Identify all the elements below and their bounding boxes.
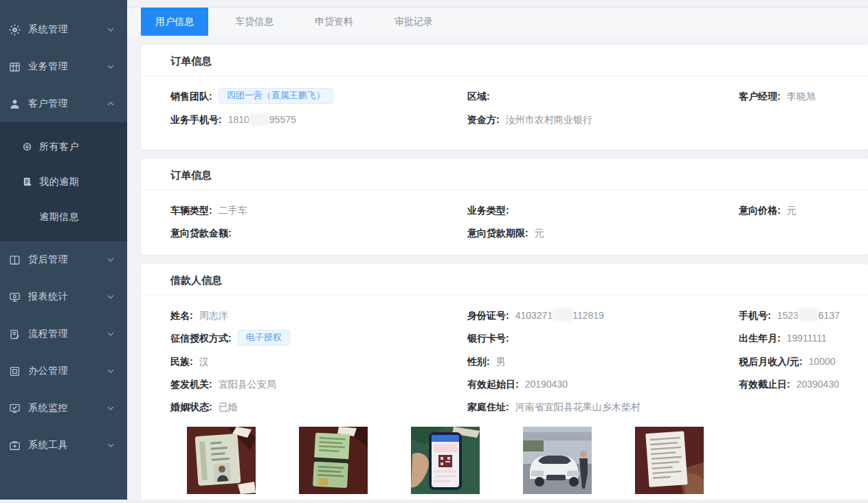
field-valid-to: 有效截止日: 20390430 [739, 377, 861, 391]
household-register-photo-thumbnail [299, 427, 368, 494]
field-value: 周志洋 [199, 309, 228, 322]
field-label: 银行卡号: [467, 331, 509, 345]
photo-household-register[interactable]: 户口本照片 [299, 427, 368, 503]
document-photos: 本人照 [187, 427, 861, 503]
sidebar-item-label: 贷后管理 [28, 254, 107, 266]
field-value: 已婚 [219, 400, 238, 414]
field-business-type: 业务类型: [467, 203, 739, 217]
field-region: 区域: [467, 89, 739, 103]
field-label: 车辆类型: [170, 203, 212, 217]
sidebar-item-postloan-mgmt[interactable]: 贷后管理 [0, 241, 127, 278]
field-loan-term: 意向贷款期限: 元 [467, 226, 739, 240]
archive-icon [9, 366, 21, 377]
field-label: 手机号: [739, 309, 771, 322]
tab-car-loan-info[interactable]: 车贷信息 [221, 8, 288, 36]
detail-tabs: 用户信息 车贷信息 申贷资料 审批记录 [127, 7, 868, 36]
field-label: 资金方: [467, 113, 500, 126]
sidebar-item-process-mgmt[interactable]: 流程管理 [0, 315, 127, 353]
sidebar-item-customer-mgmt[interactable]: 客户管理 [0, 85, 127, 122]
sidebar-item-system-mgmt[interactable]: 系统管理 [0, 11, 127, 48]
photo-person-with-car[interactable]: 人车合影 [523, 427, 592, 503]
field-loan-amount: 意向贷款金额: [170, 226, 467, 240]
value-prefix: 4103271 [515, 310, 553, 321]
sidebar-item-my-overdue[interactable]: 我的逾期 [0, 164, 127, 199]
sidebar-item-label: 办公管理 [28, 365, 107, 377]
sidebar-item-system-tools[interactable]: 系统工具 [0, 427, 127, 464]
field-label: 签发机关: [170, 377, 212, 391]
sidebar-item-label: 客户管理 [28, 98, 107, 110]
sidebar-item-system-monitor[interactable]: 系统监控 [0, 390, 127, 427]
value-suffix: 6137 [819, 310, 840, 321]
field-label: 税后月收入/元: [739, 355, 803, 368]
field-monthly-income: 税后月收入/元: 10000 [739, 355, 861, 368]
id-card-photo-thumbnail [187, 427, 256, 494]
sidebar-item-label: 报表统计 [28, 291, 107, 303]
photo-credit-auth[interactable]: 征信授权 [411, 427, 480, 503]
field-label: 家庭住址: [467, 400, 509, 414]
clipboard-icon [9, 328, 21, 340]
field-marital-status: 婚姻状态: 已婚 [170, 400, 467, 414]
chevron-down-icon [107, 330, 115, 338]
sidebar-item-report-stats[interactable]: 报表统计 [0, 278, 127, 315]
sidebar-item-all-customers[interactable]: 所有客户 [0, 129, 127, 164]
tab-approval-records[interactable]: 审批记录 [380, 8, 447, 36]
sidebar-item-overdue-info[interactable]: 逾期信息 [0, 199, 127, 234]
sidebar: 系统管理 业务管理 客户管理 所有客户 [0, 0, 127, 500]
field-value: 李晓旭 [787, 89, 816, 103]
person-car-photo-thumbnail [523, 427, 592, 494]
photo-id-card[interactable]: 本人照 [187, 427, 256, 503]
field-value: 河南省宜阳县花果山乡木柴村 [515, 400, 641, 414]
field-home-address: 家庭住址: 河南省宜阳县花果山乡木柴村 [467, 400, 739, 414]
order-info-card: 订单信息 销售团队: 四团一营（直属王鹏飞） 区域: 客户经理: 李晓旭 业务手 [141, 45, 868, 150]
redaction-blur [554, 311, 571, 320]
field-issuing-authority: 签发机关: 宜阳县公安局 [170, 377, 467, 391]
field-id-number: 身份证号: 4103271112819 [467, 309, 739, 322]
field-bank-card: 银行卡号: [467, 331, 739, 345]
monitor-icon [9, 291, 21, 303]
grid-icon [9, 61, 21, 73]
sales-team-tag: 四团一营（直属王鹏飞） [219, 88, 333, 104]
photo-supplementary-doc[interactable]: 补充材料 [635, 427, 704, 503]
field-value: 男 [496, 355, 506, 368]
monitor-check-icon [9, 403, 21, 414]
sidebar-item-label: 逾期信息 [39, 211, 115, 223]
sidebar-item-label: 系统监控 [28, 402, 107, 414]
field-label: 姓名: [170, 309, 193, 322]
value-suffix: 112819 [572, 310, 604, 321]
field-label: 出生年月: [739, 331, 781, 345]
sidebar-item-office-mgmt[interactable]: 办公管理 [0, 353, 127, 390]
field-value: 元 [787, 203, 797, 217]
sidebar-item-label: 流程管理 [28, 328, 107, 340]
field-label: 民族: [170, 355, 193, 368]
sidebar-menu: 系统管理 业务管理 客户管理 所有客户 [0, 0, 127, 464]
field-credit-auth-method: 征信授权方式: 电子授权 [170, 331, 467, 346]
field-label: 意向贷款金额: [170, 226, 232, 240]
field-label: 身份证号: [467, 309, 509, 322]
user-icon [9, 98, 21, 110]
field-value: 15236137 [777, 309, 840, 322]
field-intent-price: 意向价格: 元 [739, 203, 861, 217]
field-value: 20390430 [797, 377, 839, 391]
card-title: 借款人信息 [141, 264, 868, 295]
sidebar-item-business-mgmt[interactable]: 业务管理 [0, 48, 127, 85]
chevron-down-icon [107, 441, 115, 449]
field-value: 181095575 [228, 113, 296, 126]
sidebar-item-label: 系统管理 [28, 23, 107, 36]
chevron-down-icon [107, 293, 115, 301]
customer-mgmt-submenu: 所有客户 我的逾期 逾期信息 [0, 122, 127, 241]
field-sales-team: 销售团队: 四团一营（直属王鹏飞） [170, 89, 467, 104]
field-value: 宜阳县公安局 [219, 377, 276, 391]
toolbox-icon [9, 440, 21, 451]
loan-intent-card: 订单信息 车辆类型: 二手车 业务类型: 意向价格: 元 意向贷款金额: [141, 159, 868, 255]
field-label: 客户经理: [739, 89, 781, 103]
redaction-blur [800, 311, 817, 320]
tab-loan-application-docs[interactable]: 申贷资料 [300, 8, 368, 36]
gear-icon [9, 24, 21, 36]
card-title: 订单信息 [141, 159, 868, 190]
field-value: 汝州市农村商业银行 [506, 113, 592, 126]
bottom-edge-strip [0, 500, 868, 503]
field-vehicle-type: 车辆类型: 二手车 [170, 203, 467, 217]
sidebar-item-label: 系统工具 [28, 439, 107, 451]
field-label: 业务类型: [467, 203, 509, 217]
tab-user-info[interactable]: 用户信息 [141, 8, 208, 36]
